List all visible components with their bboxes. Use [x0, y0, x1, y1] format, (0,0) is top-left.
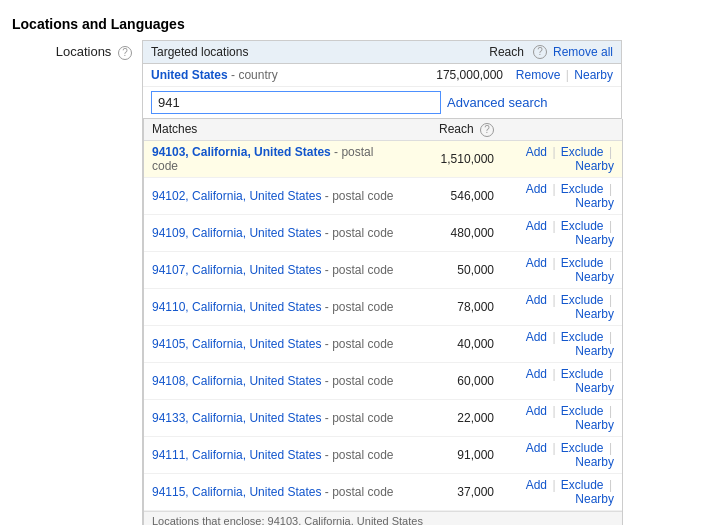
result-actions-1: Add | Exclude | Nearby — [494, 182, 614, 210]
result-reach-8: 91,000 — [394, 448, 494, 462]
exclude-link-6[interactable]: Exclude — [561, 367, 604, 381]
add-link-0[interactable]: Add — [526, 145, 547, 159]
locations-label: Locations ? — [12, 40, 142, 60]
result-name-8: 94111, California, United States - posta… — [152, 448, 394, 462]
dropdown-result-row: 94115, California, United States - posta… — [144, 474, 622, 511]
result-name-4: 94110, California, United States - posta… — [152, 300, 394, 314]
add-link-1[interactable]: Add — [526, 182, 547, 196]
search-area: Advanced search — [143, 87, 621, 119]
result-reach-7: 22,000 — [394, 411, 494, 425]
result-actions-4: Add | Exclude | Nearby — [494, 293, 614, 321]
nearby-link-0[interactable]: Nearby — [575, 159, 614, 173]
result-actions-9: Add | Exclude | Nearby — [494, 478, 614, 506]
targeted-location-row: United States - country 175,000,000 Remo… — [143, 64, 621, 87]
nearby-link-3[interactable]: Nearby — [575, 270, 614, 284]
result-actions-7: Add | Exclude | Nearby — [494, 404, 614, 432]
result-reach-6: 60,000 — [394, 374, 494, 388]
dropdown-result-row: 94109, California, United States - posta… — [144, 215, 622, 252]
exclude-link-7[interactable]: Exclude — [561, 404, 604, 418]
dropdown-result-row: 94133, California, United States - posta… — [144, 400, 622, 437]
targeted-locations-label: Targeted locations — [151, 45, 248, 59]
exclude-link-1[interactable]: Exclude — [561, 182, 604, 196]
result-actions-3: Add | Exclude | Nearby — [494, 256, 614, 284]
add-link-4[interactable]: Add — [526, 293, 547, 307]
exclude-link-4[interactable]: Exclude — [561, 293, 604, 307]
result-name-9: 94115, California, United States - posta… — [152, 485, 394, 499]
add-link-9[interactable]: Add — [526, 478, 547, 492]
targeted-location-name: United States - country — [151, 68, 403, 82]
add-link-8[interactable]: Add — [526, 441, 547, 455]
dropdown-results: Matches Reach ? 94103, California, Unite… — [143, 119, 623, 525]
exclude-link-8[interactable]: Exclude — [561, 441, 604, 455]
exclude-link-5[interactable]: Exclude — [561, 330, 604, 344]
add-link-3[interactable]: Add — [526, 256, 547, 270]
remove-link[interactable]: Remove — [516, 68, 561, 82]
encloses-header: Locations that enclose: 94103, Californi… — [144, 511, 622, 525]
targeted-location-reach: 175,000,000 — [403, 68, 503, 82]
nearby-link-9[interactable]: Nearby — [575, 492, 614, 506]
result-reach-3: 50,000 — [394, 263, 494, 277]
locations-header-right: Reach ? Remove all — [489, 45, 613, 59]
result-name-0: 94103, California, United States - posta… — [152, 145, 394, 173]
result-name-6: 94108, California, United States - posta… — [152, 374, 394, 388]
nearby-link-7[interactable]: Nearby — [575, 418, 614, 432]
page-container: Locations and Languages Locations ? Targ… — [0, 0, 709, 525]
dropdown-result-row: 94107, California, United States - posta… — [144, 252, 622, 289]
exclude-link-9[interactable]: Exclude — [561, 478, 604, 492]
remove-all-button[interactable]: Remove all — [553, 45, 613, 59]
nearby-link-8[interactable]: Nearby — [575, 455, 614, 469]
nearby-link-5[interactable]: Nearby — [575, 344, 614, 358]
reach-header-label: Reach — [489, 45, 524, 59]
dropdown-result-row: 94102, California, United States - posta… — [144, 178, 622, 215]
result-actions-8: Add | Exclude | Nearby — [494, 441, 614, 469]
result-name-2: 94109, California, United States - posta… — [152, 226, 394, 240]
section-locations-languages: Locations and Languages Locations ? Targ… — [0, 10, 709, 525]
result-actions-0: Add | Exclude | Nearby — [494, 145, 614, 173]
nearby-link-2[interactable]: Nearby — [575, 233, 614, 247]
dropdown-result-row: 94108, California, United States - posta… — [144, 363, 622, 400]
nearby-link-4[interactable]: Nearby — [575, 307, 614, 321]
exclude-link-0[interactable]: Exclude — [561, 145, 604, 159]
locations-help-icon[interactable]: ? — [118, 46, 132, 60]
dropdown-result-row: 94111, California, United States - posta… — [144, 437, 622, 474]
result-name-1: 94102, California, United States - posta… — [152, 189, 394, 203]
add-link-2[interactable]: Add — [526, 219, 547, 233]
targeted-location-actions: Remove | Nearby — [503, 68, 613, 82]
result-reach-9: 37,000 — [394, 485, 494, 499]
result-name-3: 94107, California, United States - posta… — [152, 263, 394, 277]
result-reach-2: 480,000 — [394, 226, 494, 240]
result-name-5: 94105, California, United States - posta… — [152, 337, 394, 351]
reach-help-icon[interactable]: ? — [533, 45, 547, 59]
locations-box-header: Targeted locations Reach ? Remove all — [143, 41, 621, 64]
locations-row: Locations ? Targeted locations Reach ? R… — [0, 36, 709, 525]
result-actions-5: Add | Exclude | Nearby — [494, 330, 614, 358]
advanced-search-button[interactable]: Advanced search — [447, 95, 547, 110]
result-actions-6: Add | Exclude | Nearby — [494, 367, 614, 395]
result-actions-2: Add | Exclude | Nearby — [494, 219, 614, 247]
nearby-link[interactable]: Nearby — [574, 68, 613, 82]
result-name-7: 94133, California, United States - posta… — [152, 411, 394, 425]
add-link-5[interactable]: Add — [526, 330, 547, 344]
add-link-7[interactable]: Add — [526, 404, 547, 418]
nearby-link-6[interactable]: Nearby — [575, 381, 614, 395]
locations-box: Targeted locations Reach ? Remove all Un… — [142, 40, 622, 525]
dropdown-result-row: 94105, California, United States - posta… — [144, 326, 622, 363]
dropdown-result-row: 94110, California, United States - posta… — [144, 289, 622, 326]
dropdown-reach-help[interactable]: ? — [480, 123, 494, 137]
dropdown-result-row: 94103, California, United States - posta… — [144, 141, 622, 178]
result-reach-1: 546,000 — [394, 189, 494, 203]
add-link-6[interactable]: Add — [526, 367, 547, 381]
nearby-link-1[interactable]: Nearby — [575, 196, 614, 210]
locations-content: Targeted locations Reach ? Remove all Un… — [142, 40, 697, 525]
dropdown-header: Matches Reach ? — [144, 119, 622, 141]
exclude-link-2[interactable]: Exclude — [561, 219, 604, 233]
section-title-locations: Locations and Languages — [0, 10, 709, 36]
result-reach-5: 40,000 — [394, 337, 494, 351]
result-reach-0: 1,510,000 — [394, 152, 494, 166]
col-reach-header: Reach ? — [394, 122, 494, 137]
col-actions-header — [494, 122, 614, 137]
result-reach-4: 78,000 — [394, 300, 494, 314]
exclude-link-3[interactable]: Exclude — [561, 256, 604, 270]
location-search-input[interactable] — [151, 91, 441, 114]
col-matches-header: Matches — [152, 122, 394, 137]
